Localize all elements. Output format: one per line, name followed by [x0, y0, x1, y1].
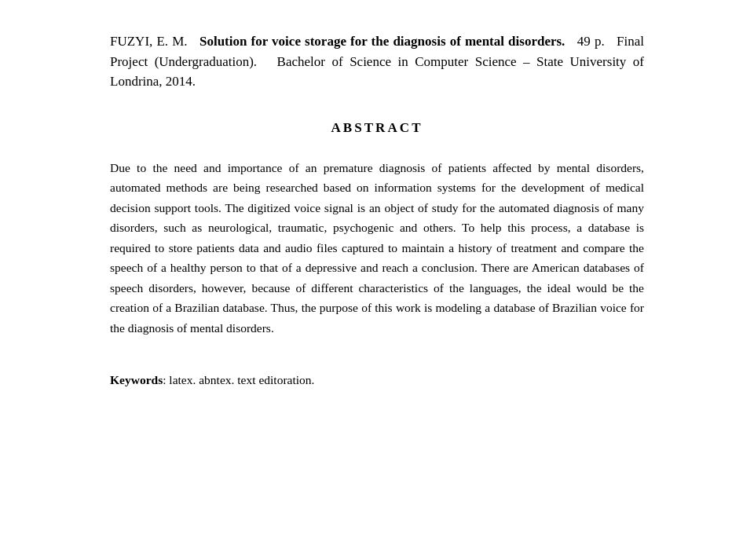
- title-block: FUZYI, E. M. Solution for voice storage …: [110, 31, 644, 92]
- keywords-values: latex. abntex. text editoration.: [169, 373, 314, 386]
- page-count: 49 p.: [577, 34, 605, 49]
- abstract-text: Due to the need and importance of an pre…: [110, 158, 644, 339]
- keywords-label: Keywords: [110, 373, 163, 386]
- page-container: FUZYI, E. M. Solution for voice storage …: [110, 0, 644, 560]
- abstract-heading: ABSTRACT: [110, 120, 644, 136]
- title-line: FUZYI, E. M. Solution for voice storage …: [110, 31, 644, 92]
- keywords-section: Keywords: latex. abntex. text editoratio…: [110, 370, 644, 390]
- title-bold: Solution for voice storage for the diagn…: [199, 34, 565, 49]
- author-name: FUZYI, E. M.: [110, 34, 188, 49]
- abstract-body: Due to the need and importance of an pre…: [110, 158, 644, 339]
